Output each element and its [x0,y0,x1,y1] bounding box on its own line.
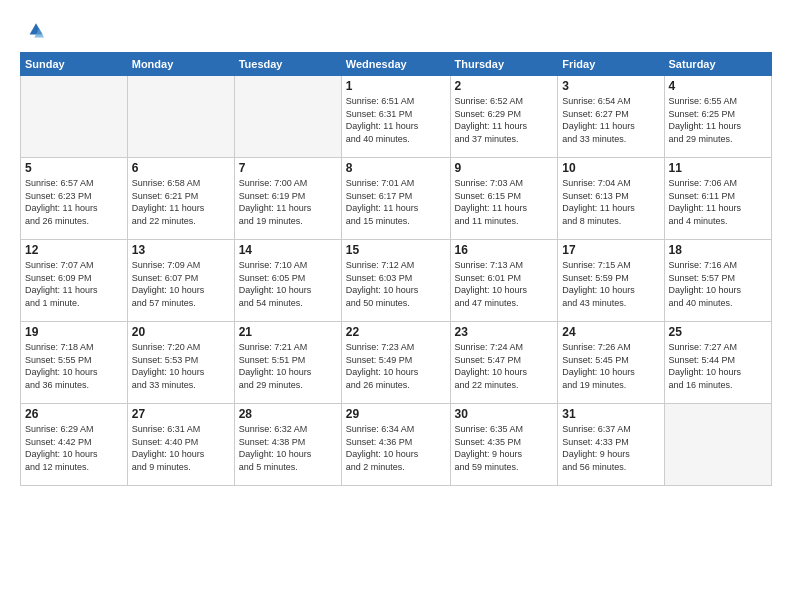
calendar-cell: 30Sunrise: 6:35 AM Sunset: 4:35 PM Dayli… [450,404,558,486]
calendar-cell: 4Sunrise: 6:55 AM Sunset: 6:25 PM Daylig… [664,76,771,158]
day-number: 20 [132,325,230,339]
day-number: 26 [25,407,123,421]
day-number: 9 [455,161,554,175]
day-info: Sunrise: 7:23 AM Sunset: 5:49 PM Dayligh… [346,341,446,391]
calendar-week-row: 12Sunrise: 7:07 AM Sunset: 6:09 PM Dayli… [21,240,772,322]
calendar-cell: 23Sunrise: 7:24 AM Sunset: 5:47 PM Dayli… [450,322,558,404]
header [20,16,772,44]
calendar-header-row: SundayMondayTuesdayWednesdayThursdayFrid… [21,53,772,76]
calendar-cell: 16Sunrise: 7:13 AM Sunset: 6:01 PM Dayli… [450,240,558,322]
day-number: 24 [562,325,659,339]
calendar-cell: 3Sunrise: 6:54 AM Sunset: 6:27 PM Daylig… [558,76,664,158]
day-info: Sunrise: 7:09 AM Sunset: 6:07 PM Dayligh… [132,259,230,309]
calendar-cell: 20Sunrise: 7:20 AM Sunset: 5:53 PM Dayli… [127,322,234,404]
day-number: 8 [346,161,446,175]
day-info: Sunrise: 6:32 AM Sunset: 4:38 PM Dayligh… [239,423,337,473]
day-info: Sunrise: 6:34 AM Sunset: 4:36 PM Dayligh… [346,423,446,473]
day-number: 2 [455,79,554,93]
day-number: 28 [239,407,337,421]
calendar-cell: 24Sunrise: 7:26 AM Sunset: 5:45 PM Dayli… [558,322,664,404]
calendar-cell [234,76,341,158]
page: SundayMondayTuesdayWednesdayThursdayFrid… [0,0,792,612]
day-info: Sunrise: 6:57 AM Sunset: 6:23 PM Dayligh… [25,177,123,227]
day-number: 19 [25,325,123,339]
calendar-week-row: 5Sunrise: 6:57 AM Sunset: 6:23 PM Daylig… [21,158,772,240]
calendar-cell: 10Sunrise: 7:04 AM Sunset: 6:13 PM Dayli… [558,158,664,240]
calendar-cell: 29Sunrise: 6:34 AM Sunset: 4:36 PM Dayli… [341,404,450,486]
calendar-cell [664,404,771,486]
calendar-cell: 31Sunrise: 6:37 AM Sunset: 4:33 PM Dayli… [558,404,664,486]
day-number: 17 [562,243,659,257]
day-info: Sunrise: 6:37 AM Sunset: 4:33 PM Dayligh… [562,423,659,473]
day-number: 11 [669,161,767,175]
day-info: Sunrise: 7:21 AM Sunset: 5:51 PM Dayligh… [239,341,337,391]
calendar-cell: 5Sunrise: 6:57 AM Sunset: 6:23 PM Daylig… [21,158,128,240]
day-info: Sunrise: 6:55 AM Sunset: 6:25 PM Dayligh… [669,95,767,145]
calendar-cell: 18Sunrise: 7:16 AM Sunset: 5:57 PM Dayli… [664,240,771,322]
calendar-cell: 17Sunrise: 7:15 AM Sunset: 5:59 PM Dayli… [558,240,664,322]
calendar-week-row: 26Sunrise: 6:29 AM Sunset: 4:42 PM Dayli… [21,404,772,486]
day-info: Sunrise: 6:52 AM Sunset: 6:29 PM Dayligh… [455,95,554,145]
day-number: 12 [25,243,123,257]
day-info: Sunrise: 7:07 AM Sunset: 6:09 PM Dayligh… [25,259,123,309]
day-number: 5 [25,161,123,175]
calendar-cell: 9Sunrise: 7:03 AM Sunset: 6:15 PM Daylig… [450,158,558,240]
day-info: Sunrise: 7:04 AM Sunset: 6:13 PM Dayligh… [562,177,659,227]
calendar-cell: 25Sunrise: 7:27 AM Sunset: 5:44 PM Dayli… [664,322,771,404]
day-info: Sunrise: 7:24 AM Sunset: 5:47 PM Dayligh… [455,341,554,391]
calendar-cell: 27Sunrise: 6:31 AM Sunset: 4:40 PM Dayli… [127,404,234,486]
day-info: Sunrise: 7:01 AM Sunset: 6:17 PM Dayligh… [346,177,446,227]
calendar-cell: 22Sunrise: 7:23 AM Sunset: 5:49 PM Dayli… [341,322,450,404]
calendar-cell: 12Sunrise: 7:07 AM Sunset: 6:09 PM Dayli… [21,240,128,322]
logo-icon [20,20,44,44]
calendar-cell: 19Sunrise: 7:18 AM Sunset: 5:55 PM Dayli… [21,322,128,404]
day-info: Sunrise: 6:31 AM Sunset: 4:40 PM Dayligh… [132,423,230,473]
day-info: Sunrise: 7:26 AM Sunset: 5:45 PM Dayligh… [562,341,659,391]
day-number: 30 [455,407,554,421]
weekday-header: Saturday [664,53,771,76]
day-number: 10 [562,161,659,175]
calendar-cell: 13Sunrise: 7:09 AM Sunset: 6:07 PM Dayli… [127,240,234,322]
day-number: 25 [669,325,767,339]
day-number: 6 [132,161,230,175]
day-number: 29 [346,407,446,421]
day-info: Sunrise: 7:15 AM Sunset: 5:59 PM Dayligh… [562,259,659,309]
weekday-header: Sunday [21,53,128,76]
day-number: 14 [239,243,337,257]
weekday-header: Monday [127,53,234,76]
calendar-cell: 26Sunrise: 6:29 AM Sunset: 4:42 PM Dayli… [21,404,128,486]
weekday-header: Wednesday [341,53,450,76]
day-number: 3 [562,79,659,93]
day-number: 15 [346,243,446,257]
day-info: Sunrise: 7:06 AM Sunset: 6:11 PM Dayligh… [669,177,767,227]
day-number: 16 [455,243,554,257]
day-info: Sunrise: 7:16 AM Sunset: 5:57 PM Dayligh… [669,259,767,309]
day-number: 18 [669,243,767,257]
day-number: 21 [239,325,337,339]
day-number: 27 [132,407,230,421]
day-info: Sunrise: 7:00 AM Sunset: 6:19 PM Dayligh… [239,177,337,227]
weekday-header: Tuesday [234,53,341,76]
logo [20,20,46,44]
calendar-week-row: 1Sunrise: 6:51 AM Sunset: 6:31 PM Daylig… [21,76,772,158]
calendar-cell [21,76,128,158]
weekday-header: Thursday [450,53,558,76]
calendar-cell: 2Sunrise: 6:52 AM Sunset: 6:29 PM Daylig… [450,76,558,158]
day-info: Sunrise: 6:54 AM Sunset: 6:27 PM Dayligh… [562,95,659,145]
day-info: Sunrise: 6:51 AM Sunset: 6:31 PM Dayligh… [346,95,446,145]
day-number: 4 [669,79,767,93]
day-info: Sunrise: 7:18 AM Sunset: 5:55 PM Dayligh… [25,341,123,391]
day-number: 22 [346,325,446,339]
day-info: Sunrise: 7:12 AM Sunset: 6:03 PM Dayligh… [346,259,446,309]
calendar-week-row: 19Sunrise: 7:18 AM Sunset: 5:55 PM Dayli… [21,322,772,404]
day-number: 23 [455,325,554,339]
day-info: Sunrise: 6:29 AM Sunset: 4:42 PM Dayligh… [25,423,123,473]
calendar-cell: 11Sunrise: 7:06 AM Sunset: 6:11 PM Dayli… [664,158,771,240]
calendar-cell: 15Sunrise: 7:12 AM Sunset: 6:03 PM Dayli… [341,240,450,322]
calendar-cell: 6Sunrise: 6:58 AM Sunset: 6:21 PM Daylig… [127,158,234,240]
day-info: Sunrise: 6:35 AM Sunset: 4:35 PM Dayligh… [455,423,554,473]
weekday-header: Friday [558,53,664,76]
calendar-cell: 8Sunrise: 7:01 AM Sunset: 6:17 PM Daylig… [341,158,450,240]
day-number: 7 [239,161,337,175]
calendar-cell: 14Sunrise: 7:10 AM Sunset: 6:05 PM Dayli… [234,240,341,322]
